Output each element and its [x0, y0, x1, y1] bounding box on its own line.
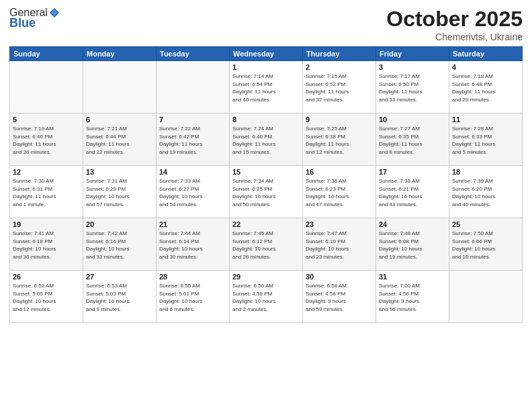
day-number: 22 — [232, 220, 300, 228]
day-info: Sunrise: 7:48 AM Sunset: 6:08 PM Dayligh… — [379, 230, 446, 261]
weekday-header-monday: Monday — [83, 47, 157, 61]
day-info: Sunrise: 7:21 AM Sunset: 6:44 PM Dayligh… — [86, 125, 153, 156]
calendar-cell: 12Sunrise: 7:30 AM Sunset: 6:31 PM Dayli… — [10, 166, 83, 218]
calendar-cell: 23Sunrise: 7:47 AM Sunset: 6:10 PM Dayli… — [303, 218, 376, 271]
day-info: Sunrise: 7:30 AM Sunset: 6:31 PM Dayligh… — [13, 177, 80, 208]
day-number: 19 — [13, 220, 80, 228]
calendar-cell: 21Sunrise: 7:44 AM Sunset: 6:14 PM Dayli… — [157, 218, 230, 271]
calendar-row-3: 19Sunrise: 7:41 AM Sunset: 6:18 PM Dayli… — [10, 218, 523, 271]
calendar-cell: 6Sunrise: 7:21 AM Sunset: 6:44 PM Daylig… — [83, 113, 157, 166]
calendar-cell: 14Sunrise: 7:33 AM Sunset: 6:27 PM Dayli… — [157, 166, 230, 218]
day-info: Sunrise: 7:15 AM Sunset: 6:52 PM Dayligh… — [306, 73, 373, 103]
day-info: Sunrise: 7:45 AM Sunset: 6:12 PM Dayligh… — [232, 230, 300, 261]
day-info: Sunrise: 7:28 AM Sunset: 6:33 PM Dayligh… — [452, 125, 519, 156]
calendar-cell: 22Sunrise: 7:45 AM Sunset: 6:12 PM Dayli… — [230, 218, 303, 271]
day-info: Sunrise: 7:36 AM Sunset: 6:23 PM Dayligh… — [306, 177, 373, 208]
day-info: Sunrise: 7:14 AM Sunset: 6:54 PM Dayligh… — [232, 73, 300, 103]
day-number: 8 — [232, 116, 300, 124]
calendar-table: SundayMondayTuesdayWednesdayThursdayFrid… — [9, 46, 523, 323]
day-number: 24 — [379, 220, 446, 228]
day-info: Sunrise: 7:34 AM Sunset: 6:25 PM Dayligh… — [232, 177, 300, 208]
day-number: 31 — [379, 273, 446, 281]
logo-flag-icon — [49, 7, 60, 18]
day-number: 28 — [159, 273, 226, 281]
day-number: 17 — [379, 168, 446, 176]
day-number: 29 — [232, 273, 300, 281]
logo: General Blue — [9, 7, 60, 30]
weekday-header-tuesday: Tuesday — [157, 47, 230, 61]
weekday-header-saturday: Saturday — [449, 47, 523, 61]
calendar-cell: 7Sunrise: 7:22 AM Sunset: 6:42 PM Daylig… — [157, 113, 230, 166]
day-number: 4 — [452, 63, 519, 71]
day-info: Sunrise: 7:47 AM Sunset: 6:10 PM Dayligh… — [306, 230, 373, 261]
calendar-row-1: 5Sunrise: 7:19 AM Sunset: 6:46 PM Daylig… — [10, 113, 523, 166]
day-number: 27 — [86, 273, 153, 281]
day-info: Sunrise: 6:55 AM Sunset: 5:01 PM Dayligh… — [159, 282, 226, 313]
day-info: Sunrise: 7:44 AM Sunset: 6:14 PM Dayligh… — [159, 230, 226, 261]
calendar-cell: 17Sunrise: 7:38 AM Sunset: 6:21 PM Dayli… — [376, 166, 449, 218]
calendar-cell: 27Sunrise: 6:53 AM Sunset: 5:03 PM Dayli… — [83, 271, 157, 323]
day-number: 16 — [306, 168, 373, 176]
day-number: 26 — [13, 273, 80, 281]
calendar-cell: 29Sunrise: 6:56 AM Sunset: 4:59 PM Dayli… — [230, 271, 303, 323]
calendar-cell: 18Sunrise: 7:39 AM Sunset: 6:20 PM Dayli… — [449, 166, 523, 218]
day-info: Sunrise: 7:19 AM Sunset: 6:46 PM Dayligh… — [13, 125, 80, 156]
calendar-cell: 2Sunrise: 7:15 AM Sunset: 6:52 PM Daylig… — [303, 61, 376, 113]
weekday-header-thursday: Thursday — [303, 47, 376, 61]
day-info: Sunrise: 7:27 AM Sunset: 6:35 PM Dayligh… — [379, 125, 446, 156]
calendar-subtitle: Chemerivtsi, Ukraine — [386, 32, 523, 42]
day-number: 5 — [13, 116, 80, 124]
calendar-cell: 15Sunrise: 7:34 AM Sunset: 6:25 PM Dayli… — [230, 166, 303, 218]
day-info: Sunrise: 7:00 AM Sunset: 4:56 PM Dayligh… — [379, 282, 446, 313]
logo-blue-text: Blue — [9, 16, 60, 30]
calendar-cell: 19Sunrise: 7:41 AM Sunset: 6:18 PM Dayli… — [10, 218, 83, 271]
day-number: 13 — [86, 168, 153, 176]
calendar-cell: 9Sunrise: 7:25 AM Sunset: 6:38 PM Daylig… — [303, 113, 376, 166]
title-block: October 2025 Chemerivtsi, Ukraine — [386, 7, 523, 42]
day-number: 15 — [232, 168, 300, 176]
day-info: Sunrise: 6:52 AM Sunset: 5:05 PM Dayligh… — [13, 282, 80, 313]
calendar-cell: 5Sunrise: 7:19 AM Sunset: 6:46 PM Daylig… — [10, 113, 83, 166]
calendar-page: General Blue October 2025 Chemerivtsi, U… — [0, 0, 532, 411]
calendar-cell: 31Sunrise: 7:00 AM Sunset: 4:56 PM Dayli… — [376, 271, 449, 323]
calendar-cell: 11Sunrise: 7:28 AM Sunset: 6:33 PM Dayli… — [449, 113, 523, 166]
day-number: 21 — [159, 220, 226, 228]
calendar-cell: 30Sunrise: 6:58 AM Sunset: 4:58 PM Dayli… — [303, 271, 376, 323]
day-info: Sunrise: 7:18 AM Sunset: 6:48 PM Dayligh… — [452, 73, 519, 103]
day-info: Sunrise: 7:33 AM Sunset: 6:27 PM Dayligh… — [159, 177, 226, 208]
calendar-row-2: 12Sunrise: 7:30 AM Sunset: 6:31 PM Dayli… — [10, 166, 523, 218]
day-info: Sunrise: 7:22 AM Sunset: 6:42 PM Dayligh… — [159, 125, 226, 156]
day-info: Sunrise: 7:31 AM Sunset: 6:29 PM Dayligh… — [86, 177, 153, 208]
calendar-row-4: 26Sunrise: 6:52 AM Sunset: 5:05 PM Dayli… — [10, 271, 523, 323]
calendar-cell — [449, 271, 523, 323]
calendar-cell: 13Sunrise: 7:31 AM Sunset: 6:29 PM Dayli… — [83, 166, 157, 218]
weekday-header-wednesday: Wednesday — [230, 47, 303, 61]
day-number: 12 — [13, 168, 80, 176]
calendar-cell — [10, 61, 83, 113]
header: General Blue October 2025 Chemerivtsi, U… — [9, 7, 523, 42]
day-info: Sunrise: 6:53 AM Sunset: 5:03 PM Dayligh… — [86, 282, 153, 313]
calendar-cell: 20Sunrise: 7:42 AM Sunset: 6:16 PM Dayli… — [83, 218, 157, 271]
weekday-header-sunday: Sunday — [10, 47, 83, 61]
day-number: 11 — [452, 116, 519, 124]
calendar-cell: 25Sunrise: 7:50 AM Sunset: 6:06 PM Dayli… — [449, 218, 523, 271]
day-info: Sunrise: 6:58 AM Sunset: 4:58 PM Dayligh… — [306, 282, 373, 313]
day-number: 30 — [306, 273, 373, 281]
day-info: Sunrise: 7:50 AM Sunset: 6:06 PM Dayligh… — [452, 230, 519, 261]
calendar-cell: 26Sunrise: 6:52 AM Sunset: 5:05 PM Dayli… — [10, 271, 83, 323]
day-info: Sunrise: 7:38 AM Sunset: 6:21 PM Dayligh… — [379, 177, 446, 208]
day-number: 3 — [379, 63, 446, 71]
day-info: Sunrise: 7:25 AM Sunset: 6:38 PM Dayligh… — [306, 125, 373, 156]
weekday-header-row: SundayMondayTuesdayWednesdayThursdayFrid… — [10, 47, 523, 61]
calendar-cell — [83, 61, 157, 113]
calendar-cell: 1Sunrise: 7:14 AM Sunset: 6:54 PM Daylig… — [230, 61, 303, 113]
day-number: 7 — [159, 116, 226, 124]
day-number: 20 — [86, 220, 153, 228]
day-number: 9 — [306, 116, 373, 124]
calendar-row-0: 1Sunrise: 7:14 AM Sunset: 6:54 PM Daylig… — [10, 61, 523, 113]
day-number: 10 — [379, 116, 446, 124]
day-number: 2 — [306, 63, 373, 71]
day-number: 14 — [159, 168, 226, 176]
day-number: 18 — [452, 168, 519, 176]
weekday-header-friday: Friday — [376, 47, 449, 61]
